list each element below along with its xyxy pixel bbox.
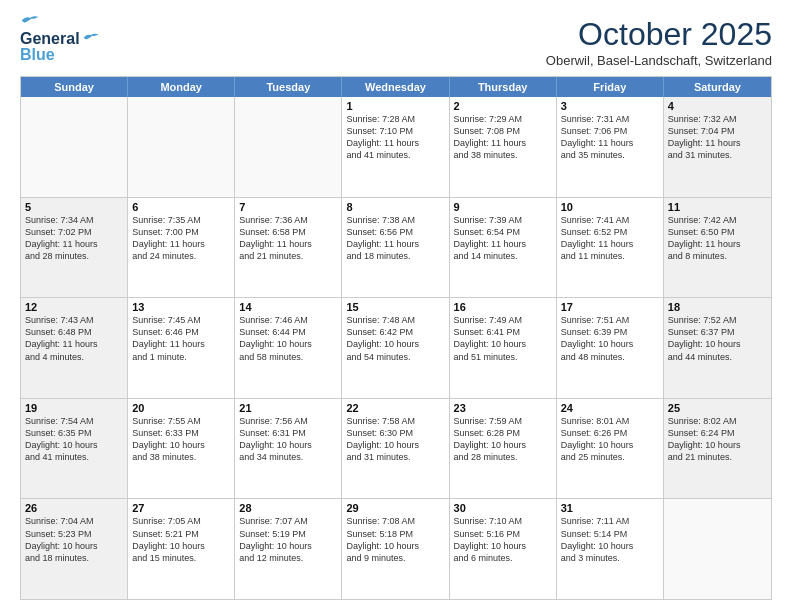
cal-cell-w1-d3: 8Sunrise: 7:38 AMSunset: 6:56 PMDaylight… — [342, 198, 449, 298]
day-number-28: 28 — [239, 502, 337, 514]
cal-cell-w3-d4: 23Sunrise: 7:59 AMSunset: 6:28 PMDayligh… — [450, 399, 557, 499]
day-number-29: 29 — [346, 502, 444, 514]
cal-cell-w3-d2: 21Sunrise: 7:56 AMSunset: 6:31 PMDayligh… — [235, 399, 342, 499]
cell-text-24: Sunrise: 8:01 AMSunset: 6:26 PMDaylight:… — [561, 415, 659, 464]
day-number-31: 31 — [561, 502, 659, 514]
cell-text-18: Sunrise: 7:52 AMSunset: 6:37 PMDaylight:… — [668, 314, 767, 363]
cell-text-14: Sunrise: 7:46 AMSunset: 6:44 PMDaylight:… — [239, 314, 337, 363]
day-number-6: 6 — [132, 201, 230, 213]
day-number-2: 2 — [454, 100, 552, 112]
cal-cell-w1-d0: 5Sunrise: 7:34 AMSunset: 7:02 PMDaylight… — [21, 198, 128, 298]
cal-cell-w2-d1: 13Sunrise: 7:45 AMSunset: 6:46 PMDayligh… — [128, 298, 235, 398]
cal-cell-w0-d3: 1Sunrise: 7:28 AMSunset: 7:10 PMDaylight… — [342, 97, 449, 197]
logo-bird-small — [82, 32, 100, 44]
cell-text-1: Sunrise: 7:28 AMSunset: 7:10 PMDaylight:… — [346, 113, 444, 162]
week-row-1: 5Sunrise: 7:34 AMSunset: 7:02 PMDaylight… — [21, 198, 771, 299]
cell-text-11: Sunrise: 7:42 AMSunset: 6:50 PMDaylight:… — [668, 214, 767, 263]
cal-cell-w1-d1: 6Sunrise: 7:35 AMSunset: 7:00 PMDaylight… — [128, 198, 235, 298]
cal-cell-w1-d2: 7Sunrise: 7:36 AMSunset: 6:58 PMDaylight… — [235, 198, 342, 298]
header-thursday: Thursday — [450, 77, 557, 97]
month-title: October 2025 — [546, 16, 772, 53]
day-number-21: 21 — [239, 402, 337, 414]
cal-cell-w4-d5: 31Sunrise: 7:11 AMSunset: 5:14 PMDayligh… — [557, 499, 664, 599]
day-number-30: 30 — [454, 502, 552, 514]
day-number-19: 19 — [25, 402, 123, 414]
day-number-16: 16 — [454, 301, 552, 313]
cell-text-12: Sunrise: 7:43 AMSunset: 6:48 PMDaylight:… — [25, 314, 123, 363]
cal-cell-w1-d5: 10Sunrise: 7:41 AMSunset: 6:52 PMDayligh… — [557, 198, 664, 298]
cal-cell-w4-d2: 28Sunrise: 7:07 AMSunset: 5:19 PMDayligh… — [235, 499, 342, 599]
header-monday: Monday — [128, 77, 235, 97]
cal-cell-w4-d4: 30Sunrise: 7:10 AMSunset: 5:16 PMDayligh… — [450, 499, 557, 599]
day-number-17: 17 — [561, 301, 659, 313]
cal-cell-w0-d2 — [235, 97, 342, 197]
calendar-header: Sunday Monday Tuesday Wednesday Thursday… — [21, 77, 771, 97]
day-number-18: 18 — [668, 301, 767, 313]
header-saturday: Saturday — [664, 77, 771, 97]
header-sunday: Sunday — [21, 77, 128, 97]
cal-cell-w3-d6: 25Sunrise: 8:02 AMSunset: 6:24 PMDayligh… — [664, 399, 771, 499]
cell-text-17: Sunrise: 7:51 AMSunset: 6:39 PMDaylight:… — [561, 314, 659, 363]
cal-cell-w1-d6: 11Sunrise: 7:42 AMSunset: 6:50 PMDayligh… — [664, 198, 771, 298]
cal-cell-w3-d0: 19Sunrise: 7:54 AMSunset: 6:35 PMDayligh… — [21, 399, 128, 499]
cal-cell-w2-d0: 12Sunrise: 7:43 AMSunset: 6:48 PMDayligh… — [21, 298, 128, 398]
cell-text-19: Sunrise: 7:54 AMSunset: 6:35 PMDaylight:… — [25, 415, 123, 464]
day-number-1: 1 — [346, 100, 444, 112]
cell-text-8: Sunrise: 7:38 AMSunset: 6:56 PMDaylight:… — [346, 214, 444, 263]
header: General Blue October 2025 Oberwil, Basel… — [20, 16, 772, 68]
cell-text-25: Sunrise: 8:02 AMSunset: 6:24 PMDaylight:… — [668, 415, 767, 464]
cell-text-13: Sunrise: 7:45 AMSunset: 6:46 PMDaylight:… — [132, 314, 230, 363]
cell-text-3: Sunrise: 7:31 AMSunset: 7:06 PMDaylight:… — [561, 113, 659, 162]
cell-text-6: Sunrise: 7:35 AMSunset: 7:00 PMDaylight:… — [132, 214, 230, 263]
day-number-7: 7 — [239, 201, 337, 213]
cal-cell-w4-d3: 29Sunrise: 7:08 AMSunset: 5:18 PMDayligh… — [342, 499, 449, 599]
cal-cell-w0-d5: 3Sunrise: 7:31 AMSunset: 7:06 PMDaylight… — [557, 97, 664, 197]
day-number-3: 3 — [561, 100, 659, 112]
cell-text-30: Sunrise: 7:10 AMSunset: 5:16 PMDaylight:… — [454, 515, 552, 564]
day-number-25: 25 — [668, 402, 767, 414]
week-row-2: 12Sunrise: 7:43 AMSunset: 6:48 PMDayligh… — [21, 298, 771, 399]
page: General Blue October 2025 Oberwil, Basel… — [0, 0, 792, 612]
cell-text-23: Sunrise: 7:59 AMSunset: 6:28 PMDaylight:… — [454, 415, 552, 464]
cell-text-7: Sunrise: 7:36 AMSunset: 6:58 PMDaylight:… — [239, 214, 337, 263]
day-number-12: 12 — [25, 301, 123, 313]
location: Oberwil, Basel-Landschaft, Switzerland — [546, 53, 772, 68]
cal-cell-w0-d6: 4Sunrise: 7:32 AMSunset: 7:04 PMDaylight… — [664, 97, 771, 197]
header-tuesday: Tuesday — [235, 77, 342, 97]
cal-cell-w3-d1: 20Sunrise: 7:55 AMSunset: 6:33 PMDayligh… — [128, 399, 235, 499]
cal-cell-w0-d1 — [128, 97, 235, 197]
cell-text-4: Sunrise: 7:32 AMSunset: 7:04 PMDaylight:… — [668, 113, 767, 162]
cell-text-31: Sunrise: 7:11 AMSunset: 5:14 PMDaylight:… — [561, 515, 659, 564]
cal-cell-w4-d0: 26Sunrise: 7:04 AMSunset: 5:23 PMDayligh… — [21, 499, 128, 599]
cell-text-27: Sunrise: 7:05 AMSunset: 5:21 PMDaylight:… — [132, 515, 230, 564]
day-number-23: 23 — [454, 402, 552, 414]
day-number-26: 26 — [25, 502, 123, 514]
header-friday: Friday — [557, 77, 664, 97]
cell-text-28: Sunrise: 7:07 AMSunset: 5:19 PMDaylight:… — [239, 515, 337, 564]
cell-text-29: Sunrise: 7:08 AMSunset: 5:18 PMDaylight:… — [346, 515, 444, 564]
cal-cell-w2-d6: 18Sunrise: 7:52 AMSunset: 6:37 PMDayligh… — [664, 298, 771, 398]
cell-text-22: Sunrise: 7:58 AMSunset: 6:30 PMDaylight:… — [346, 415, 444, 464]
cell-text-9: Sunrise: 7:39 AMSunset: 6:54 PMDaylight:… — [454, 214, 552, 263]
cal-cell-w2-d2: 14Sunrise: 7:46 AMSunset: 6:44 PMDayligh… — [235, 298, 342, 398]
header-wednesday: Wednesday — [342, 77, 449, 97]
cal-cell-w2-d4: 16Sunrise: 7:49 AMSunset: 6:41 PMDayligh… — [450, 298, 557, 398]
cal-cell-w2-d5: 17Sunrise: 7:51 AMSunset: 6:39 PMDayligh… — [557, 298, 664, 398]
day-number-14: 14 — [239, 301, 337, 313]
cal-cell-w0-d0 — [21, 97, 128, 197]
cell-text-26: Sunrise: 7:04 AMSunset: 5:23 PMDaylight:… — [25, 515, 123, 564]
cal-cell-w0-d4: 2Sunrise: 7:29 AMSunset: 7:08 PMDaylight… — [450, 97, 557, 197]
day-number-22: 22 — [346, 402, 444, 414]
cell-text-10: Sunrise: 7:41 AMSunset: 6:52 PMDaylight:… — [561, 214, 659, 263]
day-number-20: 20 — [132, 402, 230, 414]
cal-cell-w3-d5: 24Sunrise: 8:01 AMSunset: 6:26 PMDayligh… — [557, 399, 664, 499]
day-number-11: 11 — [668, 201, 767, 213]
logo-bird-icon — [20, 14, 40, 28]
day-number-15: 15 — [346, 301, 444, 313]
title-section: October 2025 Oberwil, Basel-Landschaft, … — [546, 16, 772, 68]
cell-text-20: Sunrise: 7:55 AMSunset: 6:33 PMDaylight:… — [132, 415, 230, 464]
day-number-10: 10 — [561, 201, 659, 213]
cal-cell-w4-d6 — [664, 499, 771, 599]
cal-cell-w3-d3: 22Sunrise: 7:58 AMSunset: 6:30 PMDayligh… — [342, 399, 449, 499]
cal-cell-w2-d3: 15Sunrise: 7:48 AMSunset: 6:42 PMDayligh… — [342, 298, 449, 398]
